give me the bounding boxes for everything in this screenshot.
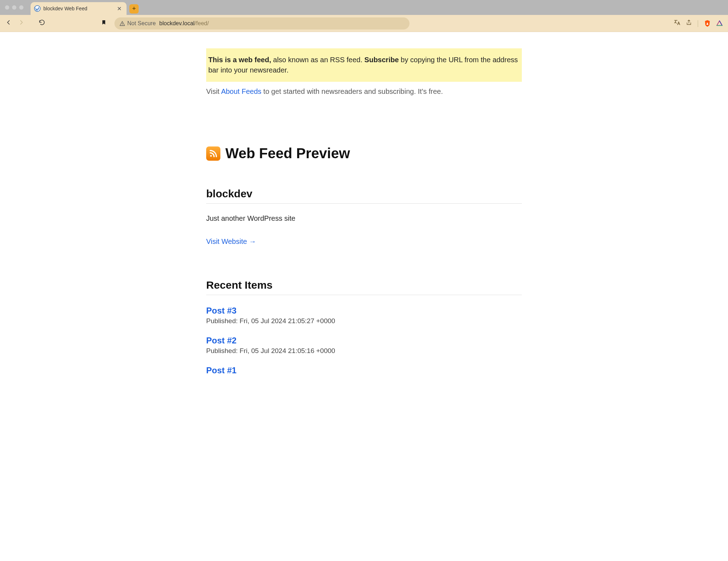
not-secure-indicator[interactable]: Not Secure bbox=[119, 20, 156, 27]
feed-item: Post #1 bbox=[206, 365, 522, 375]
tab-strip: blockdev Web Feed ✕ + bbox=[0, 0, 728, 15]
forward-button[interactable] bbox=[18, 19, 25, 27]
feed-item-title-link[interactable]: Post #2 bbox=[206, 336, 236, 345]
feed-item: Post #2Published: Fri, 05 Jul 2024 21:05… bbox=[206, 336, 522, 355]
window-close-button[interactable] bbox=[5, 5, 9, 10]
browser-chrome: blockdev Web Feed ✕ + Not Secure blockde… bbox=[0, 0, 728, 32]
share-icon[interactable] bbox=[686, 19, 692, 28]
feed-item-published: Published: Fri, 05 Jul 2024 21:05:16 +00… bbox=[206, 347, 522, 355]
toolbar-right: | bbox=[674, 19, 723, 28]
brave-shields-icon[interactable] bbox=[704, 20, 711, 27]
url-path: /feed/ bbox=[194, 20, 209, 26]
address-bar[interactable]: Not Secure blockdev.local/feed/ bbox=[114, 17, 410, 30]
tab-title: blockdev Web Feed bbox=[43, 6, 113, 11]
about-suffix: to get started with newsreaders and subs… bbox=[261, 87, 443, 95]
svg-point-3 bbox=[210, 155, 212, 157]
url-host: blockdev.local bbox=[159, 20, 194, 26]
window-zoom-button[interactable] bbox=[19, 5, 23, 10]
about-feeds-link[interactable]: About Feeds bbox=[221, 87, 261, 95]
feed-preview-title: Web Feed Preview bbox=[225, 145, 350, 161]
translate-icon[interactable] bbox=[674, 19, 681, 28]
about-prefix: Visit bbox=[206, 87, 221, 95]
feed-item-published: Published: Fri, 05 Jul 2024 21:05:27 +00… bbox=[206, 317, 522, 325]
new-tab-button[interactable]: + bbox=[129, 4, 139, 14]
feed-item-title-link[interactable]: Post #1 bbox=[206, 365, 236, 375]
recent-items-heading: Recent Items bbox=[206, 279, 522, 295]
feed-preview-header: Web Feed Preview bbox=[206, 145, 522, 161]
window-minimize-button[interactable] bbox=[12, 5, 16, 10]
bookmark-icon[interactable] bbox=[101, 19, 107, 27]
notice-lead: This is a web feed, bbox=[208, 56, 271, 64]
about-feeds-line: Visit About Feeds to get started with ne… bbox=[206, 87, 522, 96]
window-controls bbox=[5, 5, 23, 10]
toolbar-divider: | bbox=[697, 19, 699, 27]
rss-icon bbox=[206, 146, 220, 161]
page-content: This is a web feed, also known as an RSS… bbox=[204, 48, 524, 390]
site-tagline: Just another WordPress site bbox=[206, 214, 522, 223]
items-list: Post #3Published: Fri, 05 Jul 2024 21:05… bbox=[206, 306, 522, 375]
svg-point-2 bbox=[122, 25, 122, 25]
feed-item: Post #3Published: Fri, 05 Jul 2024 21:05… bbox=[206, 306, 522, 325]
tab-close-button[interactable]: ✕ bbox=[116, 5, 122, 12]
not-secure-label: Not Secure bbox=[127, 20, 156, 27]
wordpress-favicon-icon bbox=[34, 5, 41, 12]
site-title: blockdev bbox=[206, 188, 522, 204]
feed-item-title-link[interactable]: Post #3 bbox=[206, 306, 236, 315]
back-button[interactable] bbox=[5, 19, 12, 27]
reload-button[interactable] bbox=[38, 19, 46, 28]
url-display: blockdev.local/feed/ bbox=[159, 20, 209, 27]
browser-toolbar: Not Secure blockdev.local/feed/ | bbox=[0, 15, 728, 32]
brave-rewards-icon[interactable] bbox=[716, 20, 723, 27]
visit-website-link[interactable]: Visit Website → bbox=[206, 237, 256, 246]
feed-notice: This is a web feed, also known as an RSS… bbox=[206, 48, 522, 82]
notice-mid: also known as an RSS feed. bbox=[271, 56, 364, 64]
notice-subscribe: Subscribe bbox=[364, 56, 399, 64]
warning-icon bbox=[119, 21, 125, 26]
browser-tab[interactable]: blockdev Web Feed ✕ bbox=[31, 2, 127, 15]
